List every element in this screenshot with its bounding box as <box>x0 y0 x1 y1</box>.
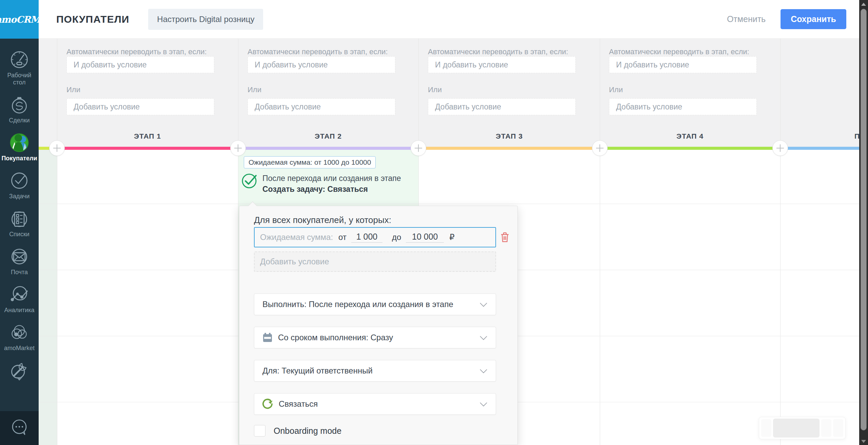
amocrm-logo[interactable]: amoCRM. <box>0 0 39 39</box>
add-stage-button[interactable] <box>230 140 246 156</box>
or-label: Или <box>66 85 80 94</box>
assignee-dropdown[interactable]: Для: Текущий ответственный <box>254 360 496 382</box>
scrollbar-down-arrow-icon[interactable] <box>861 440 866 443</box>
and-condition-input[interactable]: И добавить условие <box>66 56 214 73</box>
add-stage-button[interactable] <box>772 140 788 156</box>
onboarding-mode-row: Onboarding mode <box>254 425 341 437</box>
sidebar-item-label: Задачи <box>9 193 29 200</box>
cancel-button[interactable]: Отменить <box>727 14 766 24</box>
condition-chip[interactable]: Ожидаемая сумма: от 1000 до 10000 <box>244 156 376 168</box>
execute-when-dropdown[interactable]: Выполнить: После перехода или создания в… <box>254 294 496 315</box>
onboarding-mode-checkbox[interactable] <box>254 425 265 437</box>
stage-line-2 <box>238 147 418 150</box>
chevron-down-icon <box>16 377 22 381</box>
amomarket-icon <box>8 322 30 343</box>
board-column-separator <box>238 39 238 445</box>
delete-condition-button[interactable] <box>500 232 510 244</box>
currency-symbol: ₽ <box>449 232 454 242</box>
deadline-dropdown[interactable]: Со сроком выполнения: Сразу <box>254 327 496 348</box>
mini-cell <box>833 419 843 437</box>
or-condition-input[interactable]: Добавить условие <box>248 98 395 115</box>
sidebar-item-deals[interactable]: Сделки <box>0 94 39 124</box>
task-type-value: Связаться <box>279 399 318 409</box>
sidebar-item-label: amoMarket <box>4 345 35 352</box>
stage-line-1 <box>57 147 238 150</box>
condition-field-label: Ожидаемая сумма: <box>260 232 333 242</box>
stage-column-4 <box>600 150 780 445</box>
sum-to-input[interactable]: 10 000 <box>406 232 444 243</box>
scrollbar-thumb[interactable] <box>861 9 867 430</box>
board-column-separator <box>600 39 600 445</box>
board-row-separator <box>39 204 868 204</box>
stage-title-1[interactable]: ЭТАП 1 <box>134 132 161 140</box>
sidebar-item-amomarket[interactable]: amoMarket <box>0 322 39 352</box>
customers-icon <box>8 132 30 154</box>
and-condition-input[interactable]: И добавить условие <box>428 56 576 73</box>
trash-icon <box>500 239 510 244</box>
mini-cell-group <box>773 419 820 438</box>
from-word: от <box>338 232 347 242</box>
stage-column-prev <box>39 150 57 445</box>
add-stage-button[interactable] <box>592 140 608 156</box>
stage-title-4[interactable]: ЭТАП 4 <box>676 132 704 140</box>
sidebar-item-label: Покупатели <box>1 155 37 162</box>
lists-icon <box>8 208 30 229</box>
amocrm-logo-text: amoCRM. <box>0 14 43 25</box>
mini-cell <box>821 419 831 437</box>
mini-stage-navigator[interactable] <box>759 417 846 439</box>
header-actions: Отменить Сохранить <box>727 9 846 29</box>
save-button[interactable]: Сохранить <box>781 9 846 29</box>
or-condition-input[interactable]: Добавить условие <box>66 98 214 115</box>
calendar-icon <box>262 332 273 343</box>
task-settings-popover: Для всех покупателей, у которых: Ожидаем… <box>239 206 518 445</box>
sidebar-item-label: Списки <box>9 231 29 238</box>
deadline-value: Со сроком выполнения: Сразу <box>278 333 393 342</box>
and-condition-input[interactable]: И добавить условие <box>609 56 757 73</box>
pipeline-board: Автоматически переводить в этап, если: И… <box>39 39 868 445</box>
sidebar-item-lists[interactable]: Списки <box>0 208 39 238</box>
and-condition-input[interactable]: И добавить условие <box>248 56 395 73</box>
stage-title-3[interactable]: ЭТАП 3 <box>496 132 523 140</box>
chevron-down-icon <box>479 366 488 376</box>
scrollbar-up-arrow-icon[interactable] <box>861 3 866 6</box>
stage-line-4 <box>600 147 780 150</box>
chevron-down-icon <box>479 399 488 409</box>
stage-line-3 <box>418 147 600 150</box>
or-label: Или <box>609 85 623 94</box>
add-condition-button[interactable]: Добавить условие <box>254 251 496 272</box>
auto-transfer-label: Автоматически переводить в этап, если: <box>609 47 749 56</box>
sidebar-item-tasks[interactable]: Задачи <box>0 170 39 200</box>
stage-title-2[interactable]: ЭТАП 2 <box>315 132 342 140</box>
sidebar-item-analytics[interactable]: Аналитика <box>0 284 39 314</box>
task-type-dropdown[interactable]: Связаться <box>254 393 496 415</box>
sidebar-item-settings[interactable] <box>0 360 39 381</box>
popover-heading: Для всех покупателей, у которых: <box>254 215 391 225</box>
mini-cell <box>761 419 771 437</box>
task-check-icon <box>241 171 258 190</box>
add-stage-button[interactable] <box>49 140 65 156</box>
sidebar-item-mail[interactable]: Почта <box>0 246 39 276</box>
automation-action-text[interactable]: Создать задачу: Связаться <box>262 185 368 194</box>
execute-when-value: Выполнить: После перехода или создания в… <box>262 300 453 309</box>
automation-trigger-text[interactable]: После перехода или создания в этапе <box>262 174 401 183</box>
chevron-down-icon <box>479 333 488 342</box>
vertical-scrollbar[interactable] <box>859 0 868 445</box>
top-header: ПОКУПАТЕЛИ Настроить Digital розницу Отм… <box>39 0 868 39</box>
sidebar-item-dashboard[interactable]: Рабочий стол <box>0 49 39 86</box>
chat-icon[interactable] <box>9 418 29 439</box>
chevron-down-icon <box>479 300 488 309</box>
page-title: ПОКУПАТЕЛИ <box>56 14 129 25</box>
sidebar-item-customers[interactable]: Покупатели <box>0 132 39 162</box>
onboarding-mode-label: Onboarding mode <box>274 426 341 436</box>
add-stage-button[interactable] <box>411 140 426 156</box>
stage-column-5 <box>780 150 868 445</box>
sum-from-input[interactable]: 1 000 <box>351 232 382 243</box>
dashboard-icon <box>8 49 30 70</box>
or-condition-input[interactable]: Добавить условие <box>428 98 576 115</box>
to-word: до <box>392 232 401 242</box>
or-label: Или <box>248 85 261 94</box>
or-condition-input[interactable]: Добавить условие <box>609 98 757 115</box>
or-label: Или <box>428 85 442 94</box>
digital-setup-button[interactable]: Настроить Digital розницу <box>148 9 263 30</box>
expected-sum-condition-row[interactable]: Ожидаемая сумма: от 1 000 до 10 000 ₽ <box>254 227 496 247</box>
